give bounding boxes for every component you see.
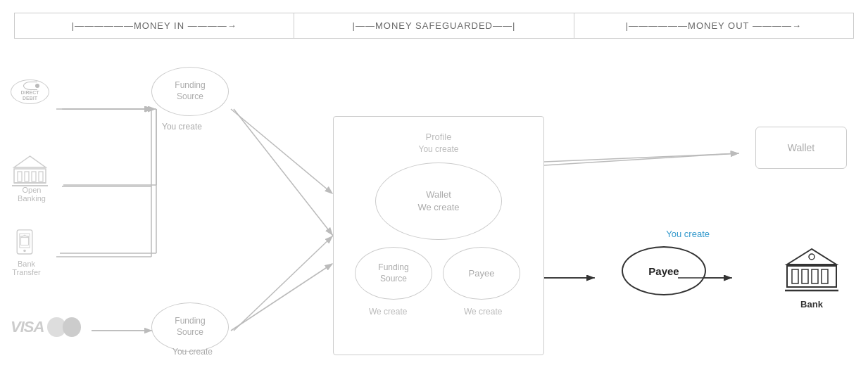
funding-source-top-label: FundingSource bbox=[175, 80, 205, 102]
svg-rect-18 bbox=[39, 172, 43, 181]
svg-line-6 bbox=[234, 236, 333, 331]
svg-point-33 bbox=[809, 254, 814, 260]
we-create-payee-label: We create bbox=[464, 307, 502, 317]
direct-debit-icon: DIRECTDebit bbox=[11, 77, 53, 106]
you-create-blue-label: You create bbox=[666, 229, 710, 239]
svg-rect-16 bbox=[25, 172, 29, 181]
funding-inner-label: FundingSource bbox=[378, 262, 408, 284]
funding-source-top-ellipse: FundingSource bbox=[151, 67, 229, 116]
wallet-inner-ellipse: WalletWe create bbox=[375, 162, 502, 240]
svg-line-5 bbox=[234, 109, 333, 236]
svg-rect-17 bbox=[32, 172, 36, 181]
money-out-banner: |——————MONEY OUT ————→ bbox=[574, 13, 854, 39]
money-in-label: |——————MONEY IN ————→ bbox=[72, 20, 237, 31]
wallet-right-box: Wallet bbox=[755, 127, 847, 169]
wallet-inner-label: WalletWe create bbox=[417, 189, 459, 214]
profile-box: Profile You create WalletWe create Fundi… bbox=[333, 116, 544, 355]
diagram: DIRECTDebit OpenBanking BankTransfe bbox=[0, 46, 868, 376]
top-banners: |——————MONEY IN ————→ |——MONEY SAFEGUARD… bbox=[0, 0, 868, 39]
svg-line-45 bbox=[231, 264, 332, 331]
payee-inner-ellipse: Payee bbox=[443, 247, 520, 300]
bank-label: Bank bbox=[800, 299, 823, 310]
svg-point-24 bbox=[23, 250, 26, 253]
open-banking-icon: OpenBanking bbox=[11, 155, 53, 193]
profile-title: Profile bbox=[419, 131, 459, 144]
svg-rect-31 bbox=[822, 269, 828, 283]
svg-rect-14 bbox=[14, 169, 46, 183]
payee-main-ellipse: Payee bbox=[622, 246, 706, 295]
funding-source-bottom-label: FundingSource bbox=[175, 316, 205, 338]
payee-inner-label: Payee bbox=[469, 268, 495, 279]
bank-transfer-icon: BankTransfer bbox=[11, 229, 42, 267]
profile-you-create: You create bbox=[419, 144, 459, 155]
svg-marker-32 bbox=[787, 249, 836, 264]
svg-marker-19 bbox=[14, 156, 46, 167]
visa-mastercard-icon: VISA bbox=[11, 313, 81, 341]
svg-rect-29 bbox=[802, 269, 808, 283]
money-out-label: |——————MONEY OUT ————→ bbox=[626, 20, 802, 31]
money-safeguarded-label: |——MONEY SAFEGUARDED——| bbox=[353, 20, 516, 31]
profile-label: Profile You create bbox=[419, 131, 459, 155]
funding-source-bottom-ellipse: FundingSource bbox=[151, 302, 229, 352]
visa-text: VISA bbox=[11, 318, 44, 336]
payee-main-label: Payee bbox=[648, 265, 679, 277]
money-safeguarded-banner: |——MONEY SAFEGUARDED——| bbox=[294, 13, 573, 39]
we-create-funding-label: We create bbox=[369, 307, 407, 317]
svg-rect-30 bbox=[812, 269, 818, 283]
svg-line-7 bbox=[544, 153, 739, 162]
you-create-top-label: You create bbox=[162, 122, 202, 132]
svg-line-46 bbox=[544, 153, 738, 165]
wallet-right-label: Wallet bbox=[788, 142, 814, 153]
svg-rect-28 bbox=[792, 269, 798, 283]
funding-inner-ellipse: FundingSource bbox=[355, 247, 432, 300]
mastercard-circle-2 bbox=[63, 317, 81, 337]
svg-line-43 bbox=[231, 109, 332, 193]
svg-rect-15 bbox=[18, 172, 22, 181]
you-create-bottom-label: You create bbox=[172, 347, 213, 357]
money-in-banner: |——————MONEY IN ————→ bbox=[14, 13, 294, 39]
bank-icon: Bank bbox=[784, 246, 840, 310]
